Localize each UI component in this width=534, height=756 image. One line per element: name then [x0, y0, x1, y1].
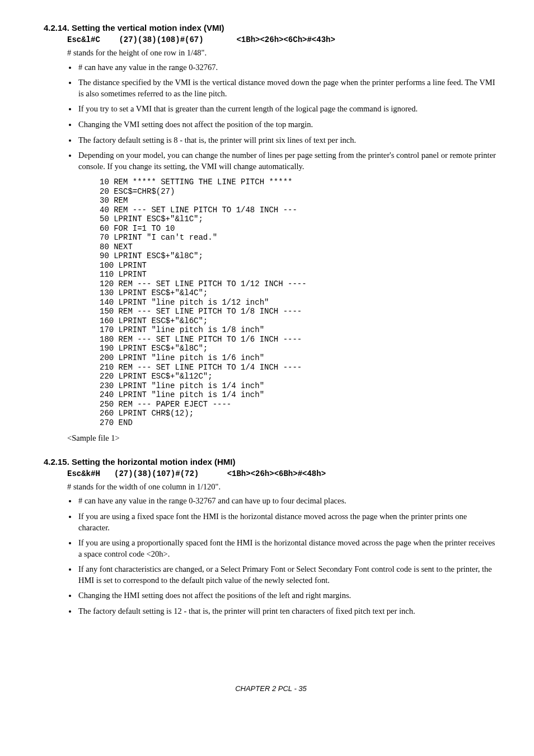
bullet-item: Changing the HMI setting does not affect… — [77, 590, 498, 601]
bullet-item: The distance specified by the VMI is the… — [77, 77, 498, 99]
bullets-hmi: # can have any value in the range 0-3276… — [67, 496, 498, 617]
sample-file-note: <Sample file 1> — [67, 433, 498, 444]
esc-sequence-hmi: Esc&k#H (27)(38)(107)#(72) <1Bh><26h><6B… — [67, 469, 498, 479]
intro-hmi: # stands for the width of one column in … — [67, 482, 498, 493]
bullet-item: If you try to set a VMI that is greater … — [77, 104, 498, 115]
bullet-item: # can have any value in the range 0-3276… — [77, 496, 498, 507]
bullet-item: Changing the VMI setting does not affect… — [77, 119, 498, 130]
section-heading-vmi: 4.2.14. Setting the vertical motion inde… — [44, 22, 498, 34]
intro-vmi: # stands for the height of one row in 1/… — [67, 48, 498, 59]
code-sample-vmi: 10 REM ***** SETTING THE LINE PITCH ****… — [100, 178, 498, 427]
bullet-item: The factory default setting is 12 - that… — [77, 606, 498, 617]
esc-sequence-vmi: Esc&l#C (27)(38)(108)#(67) <1Bh><26h><6C… — [67, 35, 498, 45]
bullets-vmi: # can have any value in the range 0-3276… — [67, 62, 498, 172]
section-heading-hmi: 4.2.15. Setting the horizontal motion in… — [44, 456, 498, 468]
bullet-item: # can have any value in the range 0-3276… — [77, 62, 498, 73]
bullet-item: If any font characteristics are changed,… — [77, 564, 498, 586]
bullet-item: If you are using a proportionally spaced… — [77, 538, 498, 559]
bullet-item: The factory default setting is 8 - that … — [77, 135, 498, 146]
bullet-item: Depending on your model, you can change … — [77, 150, 498, 172]
page-footer: CHAPTER 2 PCL - 35 — [44, 684, 498, 694]
bullet-item: If you are using a fixed space font the … — [77, 511, 498, 533]
